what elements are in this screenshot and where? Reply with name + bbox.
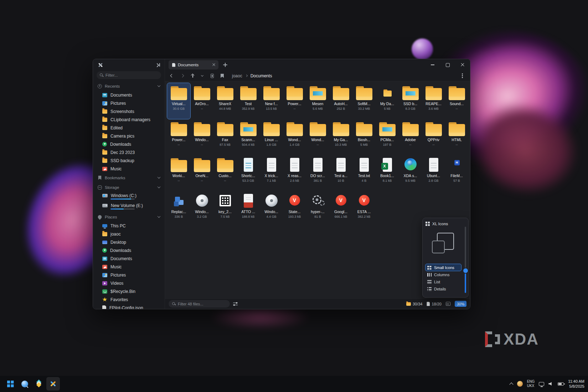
breadcrumb-current[interactable]: Documents: [251, 73, 272, 78]
forward-button[interactable]: [180, 74, 185, 78]
sidebar-item[interactable]: This PC: [95, 222, 163, 230]
clock[interactable]: 11:40 AM 5/8/2025: [568, 379, 584, 389]
file-item[interactable]: Replac... 336 B: [167, 191, 190, 227]
file-item[interactable]: Custo... --: [213, 155, 237, 191]
file-item[interactable]: Test.txt 4 B: [352, 155, 376, 191]
sidebar-item[interactable]: Edited: [95, 124, 163, 132]
file-item[interactable]: Fax 87.5 kB: [213, 119, 237, 155]
file-item[interactable]: Test 352.9 kB: [237, 83, 260, 119]
file-item[interactable]: Adobe --: [399, 119, 422, 155]
file-item[interactable]: New f... 13.5 kB: [260, 83, 283, 119]
start-button[interactable]: [4, 377, 17, 391]
breadcrumb-root[interactable]: joaoc: [232, 73, 242, 78]
jobs-icon[interactable]: [446, 302, 450, 306]
filter-settings-icon[interactable]: [233, 302, 238, 306]
sidebar-item[interactable]: Desktop: [95, 238, 163, 246]
file-item[interactable]: Worki... --: [167, 155, 190, 191]
file-item[interactable]: XDA s... 9.5 MB: [399, 155, 422, 191]
sidebar-item[interactable]: $Recycle.Bin: [95, 287, 163, 295]
file-item[interactable]: SSD b... 8.3 GB: [399, 83, 422, 119]
icon-size-slider[interactable]: [465, 227, 466, 293]
tray-app-icon[interactable]: [517, 381, 523, 387]
file-item[interactable]: Linux ... 1.8 GB: [260, 119, 283, 155]
language-indicator[interactable]: ENG UKX: [527, 380, 535, 388]
sidebar-item[interactable]: Music: [95, 165, 163, 173]
drive-item[interactable]: New Volume (E:): [95, 202, 163, 212]
battery-icon[interactable]: [558, 382, 564, 386]
maximize-button[interactable]: [440, 59, 455, 71]
file-item[interactable]: Test a... 10 B: [329, 155, 352, 191]
file-item[interactable]: ShareX 44.8 MB: [213, 83, 237, 119]
slider-thumb[interactable]: [463, 268, 468, 273]
sidebar-item[interactable]: Videos: [95, 279, 163, 287]
file-item[interactable]: Sound... --: [445, 83, 468, 119]
sidebar-item[interactable]: Screenshots: [95, 107, 163, 115]
file-item[interactable]: Book1... 8.1 kB: [376, 155, 399, 191]
sidebar-item[interactable]: Downloads: [95, 246, 163, 254]
file-item[interactable]: Biosh... 5 MB: [352, 119, 376, 155]
file-item[interactable]: SoftM... 33.2 MB: [352, 83, 376, 119]
tab-close-icon[interactable]: [212, 63, 216, 67]
more-options-icon[interactable]: [462, 75, 463, 76]
sidebar-item[interactable]: Downloads: [95, 140, 163, 148]
history-dropdown-icon[interactable]: [201, 74, 204, 77]
sidebar-item[interactable]: Favorites: [95, 295, 163, 304]
view-option[interactable]: Small Icons: [425, 264, 461, 271]
file-item[interactable]: FileM... 57 B: [445, 155, 468, 191]
file-item[interactable]: Ubunt... 2.8 GB: [422, 155, 445, 191]
sidebar-item[interactable]: Dec 23 2023: [95, 148, 163, 156]
sidebar-item[interactable]: CLipboard managers: [95, 115, 163, 124]
file-item[interactable]: REAPE... 3.6 MB: [422, 83, 445, 119]
sidebar-item[interactable]: FPilot-Config.json: [95, 304, 163, 309]
file-item[interactable]: OneN... --: [190, 155, 213, 191]
file-item[interactable]: HTML --: [445, 119, 468, 155]
file-item[interactable]: DO scr... 381 B: [306, 155, 329, 191]
file-item[interactable]: Windo... 3.2 GB: [190, 191, 213, 227]
sidebar-filter-input[interactable]: [105, 73, 160, 77]
sidebar-scroll[interactable]: Recents Documents Pictures Screenshots: [93, 81, 165, 309]
file-item[interactable]: Windo... --: [190, 119, 213, 155]
collapse-sidebar-icon[interactable]: [155, 63, 160, 67]
file-item[interactable]: My Ga... 10.3 MB: [329, 119, 352, 155]
file-filter-input[interactable]: [178, 302, 228, 306]
up-button[interactable]: [191, 74, 195, 78]
file-item[interactable]: ESTA ... 382.2 kB: [352, 191, 376, 227]
section-places[interactable]: Places: [93, 212, 165, 222]
minimize-button[interactable]: [425, 59, 440, 71]
file-item[interactable]: Power... --: [283, 83, 306, 119]
volume-icon[interactable]: [548, 382, 553, 386]
file-item[interactable]: Scann... 504.4 kB: [237, 119, 260, 155]
file-item[interactable]: State... 193.3 kB: [283, 191, 306, 227]
drive-item[interactable]: Windows (C:): [95, 192, 163, 202]
sidebar-item[interactable]: Pictures: [95, 271, 163, 279]
close-button[interactable]: [455, 59, 470, 71]
file-item[interactable]: X trick... 7.1 kB: [260, 155, 283, 191]
layers-app-button[interactable]: [32, 377, 46, 391]
view-option[interactable]: Columns: [425, 271, 461, 278]
file-item[interactable]: ATTO ... 188.8 kB: [237, 191, 260, 227]
back-button[interactable]: [170, 74, 174, 78]
sidebar-item[interactable]: SSD backup: [95, 156, 163, 165]
section-recents[interactable]: Recents: [93, 81, 165, 91]
file-item[interactable]: hyper-... 81 B: [306, 191, 329, 227]
sidebar-item[interactable]: joaoc: [95, 230, 163, 238]
file-item[interactable]: X reas... 2.6 kB: [283, 155, 306, 191]
file-item[interactable]: key_2... 7.5 kB: [213, 191, 237, 227]
file-manager-button[interactable]: [46, 377, 60, 391]
new-tab-button[interactable]: [221, 61, 229, 69]
file-item[interactable]: Virtual... 30.6 GB: [167, 83, 190, 119]
file-item[interactable]: AutoH... 252 B: [329, 83, 352, 119]
tray-overflow-icon[interactable]: [509, 382, 513, 386]
file-item[interactable]: QPPriv --: [422, 119, 445, 155]
section-bookmarks[interactable]: Bookmarks: [93, 173, 165, 182]
file-item[interactable]: Shortc... 53.3 GB: [237, 155, 260, 191]
tab-documents[interactable]: Documents: [169, 60, 218, 69]
search-button[interactable]: [18, 377, 31, 391]
file-item[interactable]: My Da... 5 kB: [376, 83, 399, 119]
display-icon[interactable]: [539, 382, 544, 386]
view-option[interactable]: Details: [425, 285, 461, 292]
zoom-badge[interactable]: 30%: [455, 301, 466, 307]
file-item[interactable]: Googl... 666.1 kB: [329, 191, 352, 227]
file-item[interactable]: Mesen 5.6 MB: [306, 83, 329, 119]
view-option[interactable]: List: [425, 278, 461, 285]
